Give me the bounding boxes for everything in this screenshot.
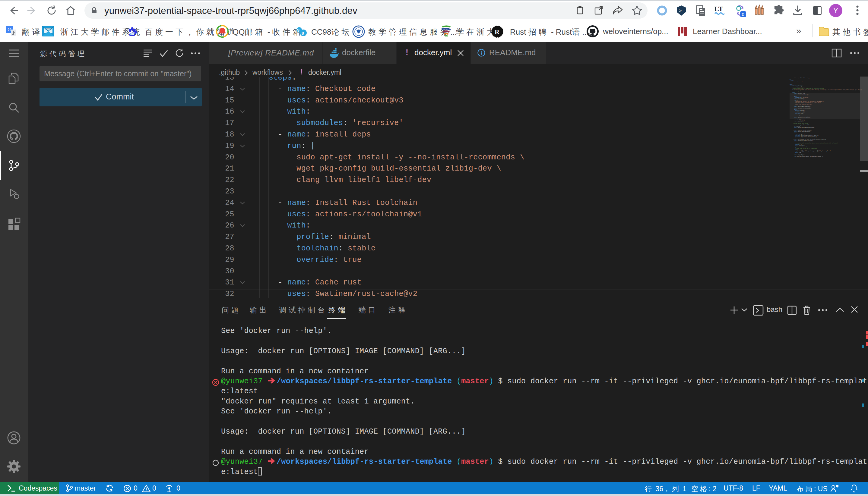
svg-text:R: R <box>495 28 500 35</box>
svg-text:>: > <box>679 8 682 13</box>
svg-text:LT: LT <box>714 5 723 13</box>
svg-text:du: du <box>130 32 134 35</box>
svg-text:9: 9 <box>297 28 299 33</box>
svg-text:0: 0 <box>742 12 744 17</box>
svg-text:8: 8 <box>302 31 304 35</box>
svg-text:G: G <box>8 27 11 32</box>
